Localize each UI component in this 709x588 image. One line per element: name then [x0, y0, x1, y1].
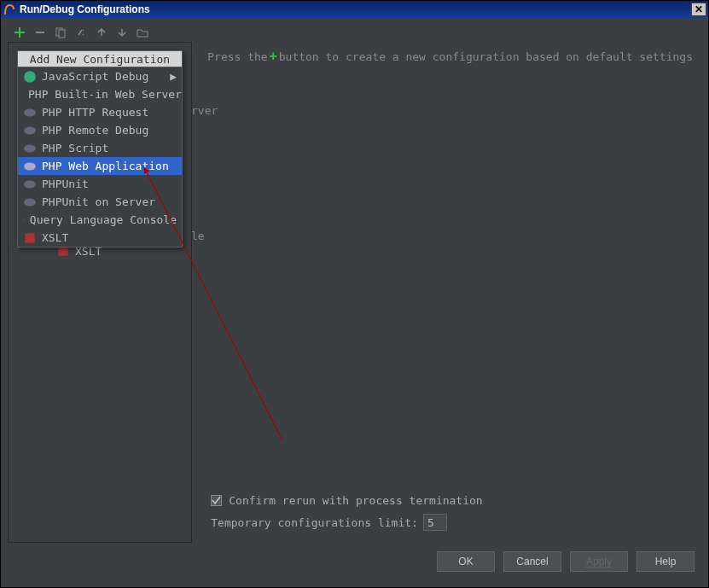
temp-limit-label: Temporary configurations limit:: [211, 516, 418, 529]
cancel-button[interactable]: Cancel: [503, 551, 561, 572]
svg-point-10: [24, 198, 36, 206]
apply-button[interactable]: Apply: [570, 551, 628, 572]
confirm-rerun-checkbox[interactable]: [211, 495, 222, 506]
svg-point-7: [24, 144, 36, 152]
plus-icon: +: [268, 49, 279, 64]
app-icon: [3, 3, 16, 16]
popup-item-php-remote[interactable]: PHP Remote Debug: [18, 121, 182, 139]
svg-point-5: [24, 108, 36, 116]
popup-item-js-debug[interactable]: JavaScript Debug ▶: [18, 67, 182, 85]
add-config-button[interactable]: [13, 26, 26, 39]
copy-config-button[interactable]: [54, 26, 67, 39]
popup-item-query-console[interactable]: Query Language Console: [18, 211, 182, 229]
php-icon: [23, 195, 37, 209]
svg-point-9: [24, 180, 36, 188]
php-icon: [23, 178, 37, 191]
svg-point-8: [24, 162, 36, 170]
window-title: Run/Debug Configurations: [20, 3, 691, 15]
svg-rect-12: [25, 233, 34, 242]
popup-item-php-web[interactable]: PHP Web Application: [18, 157, 182, 175]
php-icon: [23, 124, 37, 137]
tree-item-peek: rver: [191, 104, 218, 117]
svg-rect-2: [58, 246, 67, 255]
move-down-button[interactable]: [115, 26, 129, 39]
hint-text: Press the + button to create a new confi…: [207, 49, 693, 64]
bottom-options: Confirm rerun with process termination T…: [207, 486, 693, 543]
db-icon: [23, 213, 25, 227]
svg-rect-1: [59, 30, 65, 38]
js-icon: [23, 70, 37, 84]
config-editor: Press the + button to create a new confi…: [192, 42, 701, 543]
php-icon: [23, 160, 37, 173]
run-debug-dialog: Run/Debug Configurations ✕: [0, 0, 709, 588]
temp-limit-input[interactable]: [423, 514, 447, 531]
move-up-button[interactable]: [95, 26, 108, 39]
popup-item-php-script[interactable]: PHP Script: [18, 139, 182, 157]
remove-config-button[interactable]: [33, 26, 47, 39]
confirm-rerun-label: Confirm rerun with process termination: [229, 494, 482, 507]
chevron-right-icon: ▶: [170, 70, 177, 83]
config-toolbar: [8, 23, 701, 42]
tree-item-peek: le: [191, 230, 205, 242]
svg-point-6: [24, 126, 36, 134]
popup-item-php-http[interactable]: PHP HTTP Request: [18, 103, 182, 121]
window-close-button[interactable]: ✕: [691, 3, 706, 16]
help-button[interactable]: Help: [636, 551, 694, 572]
add-config-popup: Add New Configuration JavaScript Debug ▶…: [17, 50, 183, 247]
popup-item-xslt[interactable]: XSLT: [18, 229, 182, 247]
php-icon: [23, 106, 37, 119]
popup-item-php-builtin[interactable]: PHP Built-in Web Server: [18, 85, 182, 103]
settings-button[interactable]: [74, 26, 88, 39]
dialog-buttons: OK Cancel Apply Help: [8, 543, 701, 580]
ok-button[interactable]: OK: [437, 551, 495, 572]
svg-point-3: [24, 71, 36, 83]
titlebar[interactable]: Run/Debug Configurations ✕: [1, 1, 708, 18]
php-icon: [23, 142, 37, 155]
folder-button[interactable]: [136, 26, 149, 39]
popup-header: Add New Configuration: [18, 51, 182, 67]
xslt-icon: [23, 231, 37, 245]
popup-item-phpunit[interactable]: PHPUnit: [18, 175, 182, 193]
popup-item-phpunit-server[interactable]: PHPUnit on Server: [18, 193, 182, 211]
